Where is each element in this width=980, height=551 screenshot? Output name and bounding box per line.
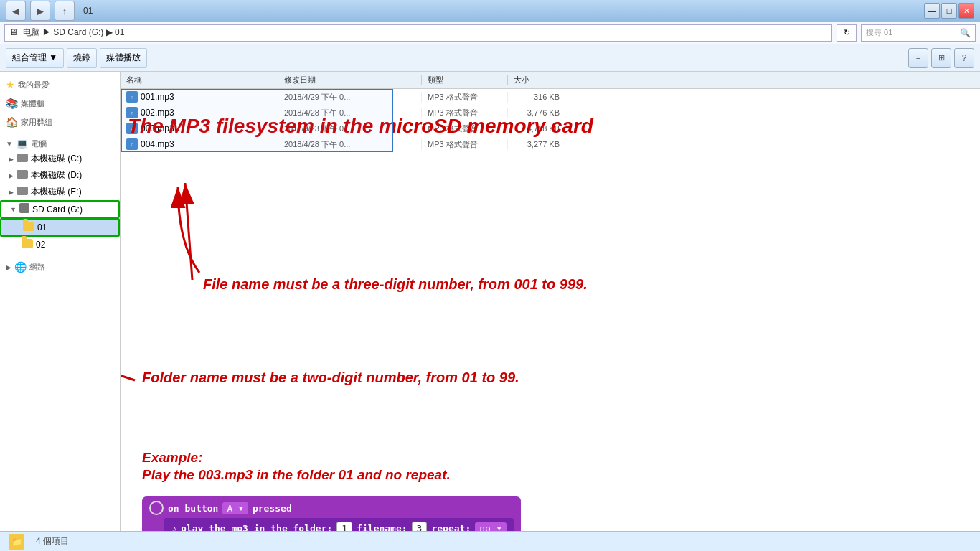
expand-computer-icon: ▼ <box>6 140 13 148</box>
sidebar-computer-section: ▼ 💻 電腦 ▶ 本機磁碟 (C:) ▶ 本機磁碟 (D:) ▶ <box>0 135 120 253</box>
mp3-icon-001: ♫ <box>126 91 138 103</box>
block-filename-value[interactable]: 3 <box>412 522 428 531</box>
table-row[interactable]: ♫ 002.mp3 2018/4/28 下午 0... MP3 格式聲音 3,7… <box>121 105 980 121</box>
block-button-dropdown[interactable]: A ▾ <box>222 502 248 514</box>
computer-icon: 💻 <box>16 138 28 149</box>
sidebar-homegroup-label[interactable]: 家用群組 <box>21 117 52 128</box>
file-size-001: 316 KB <box>508 93 565 101</box>
media-label: 媒體播放 <box>106 52 141 64</box>
block-coding-area: on button A ▾ pressed ♪ play the mp3 in … <box>142 496 521 531</box>
block-container: on button A ▾ pressed ♪ play the mp3 in … <box>142 496 521 531</box>
view-tiles-button[interactable]: ⊞ <box>931 48 951 68</box>
status-folder-icon: 📁 <box>9 534 24 550</box>
block-pressed-text: pressed <box>253 503 292 514</box>
burn-button[interactable]: 燒錄 <box>67 48 97 68</box>
star-icon: ★ <box>6 79 15 90</box>
block-button-value: A ▾ <box>227 503 243 514</box>
sidebar-computer-header[interactable]: ▼ 💻 電腦 <box>0 135 120 151</box>
block-repeat-dropdown[interactable]: no ▾ <box>475 522 506 531</box>
file-rows-container: ♫ 001.mp3 2018/4/29 下午 0... MP3 格式聲音 316… <box>121 89 980 152</box>
organize-button[interactable]: 組合管理 ▼ <box>6 48 64 68</box>
sidebar-item-01[interactable]: 01 <box>0 218 120 237</box>
homegroup-icon: 🏠 <box>6 116 18 128</box>
annotation-filename-rule: File name must be a three-digit number, … <box>203 276 588 293</box>
sidebar-c-label: 本機磁碟 (C:) <box>31 153 82 165</box>
header-size[interactable]: 大小 <box>508 75 565 85</box>
main-layout: ★ 我的最愛 📚 媒體櫃 🏠 家用群組 ▼ 💻 電腦 <box>0 72 980 531</box>
sidebar-network-header[interactable]: ▶ 🌐 網路 <box>0 258 120 274</box>
minimize-button[interactable]: — <box>924 3 940 19</box>
file-date-002: 2018/4/28 下午 0... <box>278 108 422 118</box>
address-bar: 🖥 电脑 ▶ SD Card (G:) ▶ 01 ↻ 搜尋 01 🔍 <box>0 22 980 44</box>
address-path[interactable]: 🖥 电脑 ▶ SD Card (G:) ▶ 01 <box>4 24 832 42</box>
sidebar-sd-group: ▼ SD Card (G:) 01 02 <box>0 200 120 253</box>
expand-network-icon: ▶ <box>6 263 11 271</box>
title-bar: ◀ ▶ ↑ 01 — □ ✕ <box>0 0 980 22</box>
sidebar-item-d[interactable]: ▶ 本機磁碟 (D:) <box>0 167 120 184</box>
file-name-text-004: 004.mp3 <box>141 139 174 149</box>
sd-icon <box>19 203 29 215</box>
sidebar-section-homegroup: 🏠 家用群組 <box>0 113 120 129</box>
address-text: 🖥 电脑 ▶ SD Card (G:) ▶ 01 <box>9 27 124 39</box>
file-name-text-001: 001.mp3 <box>141 92 174 102</box>
block-repeat-value: no ▾ <box>479 523 501 531</box>
sidebar-e-label: 本機磁碟 (E:) <box>31 186 82 198</box>
mp3-icon-003: ♫ <box>126 123 138 134</box>
block-row2: ♪ play the mp3 in the folder: 1 filename… <box>164 518 514 531</box>
library-icon: 📚 <box>6 98 18 109</box>
toolbar: 組合管理 ▼ 燒錄 媒體播放 ≡ ⊞ ? <box>0 44 980 72</box>
header-type[interactable]: 類型 <box>422 75 508 85</box>
sidebar-network-label[interactable]: 網路 <box>29 262 45 273</box>
mp3-icon-002: ♫ <box>126 107 138 118</box>
example-desc: Play the 003.mp3 in the folder 01 and no… <box>142 467 451 483</box>
block-folder-value[interactable]: 1 <box>336 522 352 531</box>
file-name-text-002: 002.mp3 <box>141 108 174 118</box>
sidebar: ★ 我的最愛 📚 媒體櫃 🏠 家用群組 ▼ 💻 電腦 <box>0 72 121 531</box>
search-box[interactable]: 搜尋 01 🔍 <box>861 24 976 42</box>
file-type-001: MP3 格式聲音 <box>422 92 508 103</box>
table-row[interactable]: ♫ 004.mp3 2018/4/28 下午 0... MP3 格式聲音 3,2… <box>121 136 980 152</box>
back-button[interactable]: ◀ <box>6 1 26 21</box>
network-icon: 🌐 <box>14 261 27 273</box>
table-row[interactable]: ♫ 003.mp3 2017/9/23 下午 0... MP3 格式聲音 4,7… <box>121 121 980 136</box>
view-details-button[interactable]: ≡ <box>908 48 928 68</box>
svg-line-1 <box>185 183 192 280</box>
media-button[interactable]: 媒體播放 <box>100 48 147 68</box>
close-button[interactable]: ✕ <box>958 3 974 19</box>
up-button[interactable]: ↑ <box>55 1 75 21</box>
organize-label: 組合管理 ▼ <box>12 52 57 64</box>
maximize-button[interactable]: □ <box>941 3 957 19</box>
sidebar-favourites-label[interactable]: 我的最愛 <box>18 80 50 90</box>
sidebar-media-label[interactable]: 媒體櫃 <box>21 98 44 109</box>
annotation-folder-rule: Folder name must be a two-digit number, … <box>142 369 519 386</box>
mp3-icon-004: ♫ <box>126 138 138 150</box>
table-row[interactable]: ♫ 001.mp3 2018/4/29 下午 0... MP3 格式聲音 316… <box>121 89 980 105</box>
header-date[interactable]: 修改日期 <box>278 75 422 85</box>
file-list-header: 名稱 修改日期 類型 大小 <box>121 72 980 89</box>
file-type-003: MP3 格式聲音 <box>422 123 508 134</box>
status-bar: 📁 4 個項目 <box>0 531 980 551</box>
search-placeholder: 搜尋 01 <box>866 27 892 38</box>
file-name-004: ♫ 004.mp3 <box>121 138 278 150</box>
sidebar-item-c[interactable]: ▶ 本機磁碟 (C:) <box>0 151 120 167</box>
sidebar-folder-01-label: 01 <box>37 222 47 232</box>
sidebar-computer-label[interactable]: 電腦 <box>31 138 47 149</box>
header-name[interactable]: 名稱 <box>121 75 278 85</box>
help-button[interactable]: ? <box>954 48 974 68</box>
sidebar-item-sd[interactable]: ▼ SD Card (G:) <box>0 200 120 218</box>
sidebar-item-e[interactable]: ▶ 本機磁碟 (E:) <box>0 184 120 200</box>
forward-button[interactable]: ▶ <box>30 1 50 21</box>
search-icon[interactable]: 🔍 <box>960 28 971 38</box>
file-type-002: MP3 格式聲音 <box>422 108 508 118</box>
window-title: 01 <box>79 6 93 16</box>
block-filename-text: filename: <box>357 523 407 531</box>
folder-01-icon <box>23 222 34 233</box>
refresh-button[interactable]: ↻ <box>837 24 857 42</box>
sidebar-item-02[interactable]: 02 <box>0 237 120 253</box>
example-title: Example: <box>142 450 451 466</box>
block-play-text: play the mp3 in the folder: <box>181 523 332 531</box>
status-item-count: 4 個項目 <box>36 535 69 547</box>
file-date-003: 2017/9/23 下午 0... <box>278 123 422 134</box>
file-name-003: ♫ 003.mp3 <box>121 123 278 134</box>
file-size-004: 3,277 KB <box>508 140 565 149</box>
